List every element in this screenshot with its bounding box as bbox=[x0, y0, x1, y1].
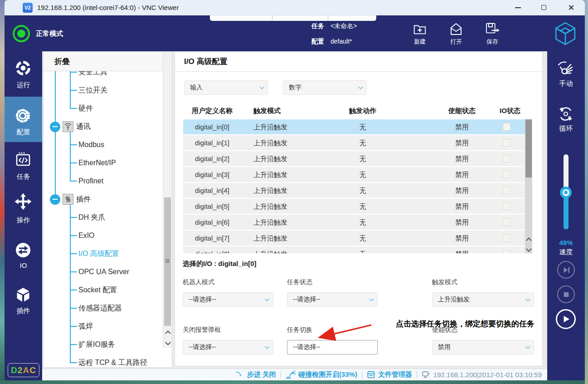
sidebar-item-io[interactable]: IO bbox=[5, 236, 42, 275]
tree-group-通讯[interactable]: 通讯 bbox=[76, 122, 91, 132]
mode-indicator[interactable]: 正常模式 bbox=[13, 24, 103, 44]
enable-state-select[interactable]: 禁用 bbox=[432, 340, 534, 354]
robot-mode-select[interactable]: --请选择-- bbox=[183, 292, 273, 307]
chevron-down-icon bbox=[265, 296, 270, 301]
tree-item-三位开关[interactable]: 三位开关 bbox=[78, 86, 107, 95]
chevron-down-icon bbox=[259, 84, 264, 89]
status-connection: 192.168.1.200|2012-01-01 03:10:59 bbox=[422, 370, 542, 379]
task-state-select[interactable]: --请选择-- bbox=[287, 292, 378, 307]
speed-slider[interactable] bbox=[564, 154, 569, 229]
table-row-digital_in[1][interactable]: digital_in[1] 上升沿触发 无 禁用 bbox=[183, 135, 525, 150]
manual-hand-icon[interactable] bbox=[557, 59, 575, 78]
tree-collapse-header[interactable]: 折叠 bbox=[44, 52, 172, 71]
chevron-down-icon bbox=[265, 344, 270, 349]
task-code-icon bbox=[14, 151, 32, 169]
io-state-checkbox[interactable] bbox=[503, 187, 510, 194]
tree-branch-tick bbox=[70, 362, 77, 363]
io-direction-select[interactable]: 输入 bbox=[184, 80, 268, 95]
tree-item-ExIO[interactable]: ExIO bbox=[78, 231, 95, 240]
tree-scrollbar[interactable] bbox=[163, 52, 172, 348]
chevron-down-icon bbox=[369, 296, 374, 301]
d2ac-badge[interactable]: D2AC bbox=[8, 363, 39, 377]
close-button[interactable] bbox=[560, 0, 581, 15]
io-state-checkbox[interactable] bbox=[503, 250, 510, 253]
open-button[interactable]: 打开 bbox=[442, 22, 471, 47]
sidebar-item-plugin[interactable]: 插件 bbox=[5, 281, 42, 321]
tree-item-OPC UA Server[interactable]: OPC UA Server bbox=[78, 267, 129, 276]
cell-trigger-action: 无 bbox=[340, 183, 385, 198]
table-scrollbar[interactable] bbox=[525, 119, 532, 253]
status-step[interactable]: 步进 关闭 bbox=[236, 370, 276, 379]
io-state-checkbox[interactable] bbox=[503, 139, 510, 147]
speed-slider-thumb[interactable] bbox=[560, 187, 572, 198]
tree-collapse-toggle[interactable] bbox=[50, 122, 60, 132]
app-header: 正常模式 任务 <未命名> 配置 default* 新建 打开 保存 bbox=[5, 15, 585, 51]
table-row-digital_in[3][interactable]: digital_in[3] 上升沿触发 无 禁用 bbox=[183, 167, 525, 182]
tree-item-弧焊[interactable]: 弧焊 bbox=[78, 322, 93, 331]
table-scroll-down-button[interactable] bbox=[525, 245, 532, 252]
maximize-icon bbox=[541, 5, 546, 10]
io-state-checkbox[interactable] bbox=[503, 234, 510, 242]
tree-item-DH 夹爪[interactable]: DH 夹爪 bbox=[78, 213, 106, 222]
table-row-digital_in[7][interactable]: digital_in[7] 上升沿触发 无 禁用 bbox=[183, 231, 525, 246]
table-row-digital_in[8][interactable]: digital_in[8] 上升沿触发 无 禁用 bbox=[183, 246, 525, 253]
tree-item-I/O 高级配置[interactable]: I/O 高级配置 bbox=[78, 249, 119, 258]
cell-trigger-action: 无 bbox=[340, 231, 385, 246]
status-divider bbox=[417, 371, 417, 378]
table-row-digital_in[2][interactable]: digital_in[2] 上升沿触发 无 禁用 bbox=[183, 151, 525, 166]
status-collision[interactable]: 碰撞检测开启(33%) bbox=[286, 370, 357, 379]
cycle-loop-icon[interactable] bbox=[557, 105, 575, 123]
table-row-digital_in[6][interactable]: digital_in[6] 上升沿触发 无 禁用 bbox=[183, 215, 525, 230]
io-type-select[interactable]: 数字 bbox=[283, 80, 367, 95]
cell-name: digital_in[8] bbox=[190, 246, 235, 253]
tree-branch-tick bbox=[70, 326, 77, 327]
sidebar-item-operate[interactable]: 操作 bbox=[5, 188, 42, 230]
io-state-checkbox[interactable] bbox=[503, 155, 510, 162]
tree-collapse-toggle[interactable] bbox=[50, 194, 60, 205]
tree-group-插件[interactable]: 插件 bbox=[76, 194, 91, 204]
config-label: 配置 bbox=[311, 38, 324, 46]
sidebar-item-task[interactable]: 任务 bbox=[5, 146, 42, 186]
antenna-icon bbox=[63, 121, 73, 132]
save-button[interactable]: 保存 bbox=[478, 22, 507, 47]
sidebar-item-config[interactable]: 配置 bbox=[5, 97, 42, 142]
tree-item-扩展IO服务[interactable]: 扩展IO服务 bbox=[78, 340, 115, 349]
table-row-digital_in[5][interactable]: digital_in[5] 上升沿触发 无 禁用 bbox=[183, 199, 525, 214]
table-row-digital_in[0][interactable]: digital_in[0] 上升沿触发 无 禁用 bbox=[183, 119, 525, 134]
tree-item-Socket 配置[interactable]: Socket 配置 bbox=[78, 286, 117, 295]
step-forward-button[interactable] bbox=[557, 261, 575, 279]
stop-button[interactable] bbox=[557, 286, 575, 303]
stop-icon bbox=[559, 287, 574, 302]
sidebar-item-run[interactable]: 运行 bbox=[5, 54, 42, 94]
tree-item-安全工具[interactable]: 安全工具 bbox=[78, 71, 107, 77]
status-file-manager[interactable]: 文件管理器 bbox=[367, 370, 412, 379]
tree-item-Profinet[interactable]: Profinet bbox=[78, 177, 103, 186]
sidebar-item-label: 任务 bbox=[5, 172, 42, 181]
screen: V2 192.168.1.200 (intel-corei7-64:0) - V… bbox=[0, 0, 588, 384]
close-alarm-popup-select[interactable]: --请选择-- bbox=[183, 340, 273, 354]
cell-trigger-mode: 上升沿触发 bbox=[253, 183, 287, 198]
tree-item-传感器适配器[interactable]: 传感器适配器 bbox=[78, 304, 122, 313]
table-scrollbar-thumb[interactable] bbox=[525, 119, 532, 177]
table-scroll-up-button[interactable] bbox=[525, 236, 532, 244]
window-titlebar[interactable]: V2 192.168.1.200 (intel-corei7-64:0) - V… bbox=[5, 0, 585, 15]
minus-icon bbox=[53, 199, 58, 200]
tree-item-远程 TCP & 工具路径[interactable]: 远程 TCP & 工具路径 bbox=[78, 358, 147, 367]
tree-item-EtherNet/IP[interactable]: EtherNet/IP bbox=[78, 158, 116, 167]
new-button[interactable]: 新建 bbox=[405, 22, 434, 47]
tree-scroll-up-button[interactable] bbox=[165, 330, 171, 337]
maximize-button[interactable] bbox=[533, 0, 554, 15]
cell-trigger-mode: 上升沿触发 bbox=[253, 167, 287, 182]
tree-item-Modbus[interactable]: Modbus bbox=[78, 140, 104, 149]
io-state-checkbox[interactable] bbox=[503, 123, 510, 131]
io-state-checkbox[interactable] bbox=[503, 171, 510, 178]
tree-scrollbar-thumb[interactable] bbox=[164, 197, 171, 326]
io-state-checkbox[interactable] bbox=[503, 202, 510, 210]
trigger-mode-select[interactable]: 上升沿触发 bbox=[432, 292, 534, 307]
minimize-button[interactable] bbox=[507, 0, 528, 15]
table-row-digital_in[4][interactable]: digital_in[4] 上升沿触发 无 禁用 bbox=[183, 183, 525, 198]
io-state-checkbox[interactable] bbox=[503, 218, 510, 226]
tree-scroll-down-button[interactable] bbox=[165, 339, 171, 346]
play-button[interactable] bbox=[556, 309, 576, 329]
tree-item-硬件[interactable]: 硬件 bbox=[78, 104, 93, 113]
